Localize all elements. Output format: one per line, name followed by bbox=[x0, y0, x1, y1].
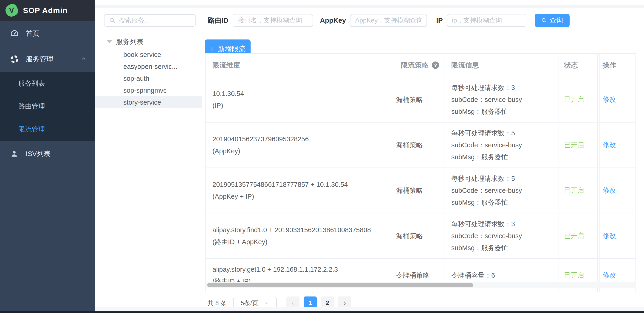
limit-info-line: subCode：service-busy bbox=[451, 185, 558, 196]
chevron-up-icon bbox=[80, 55, 87, 63]
limit-dimension-type: (AppKey + IP) bbox=[212, 190, 389, 202]
appkey-input[interactable] bbox=[350, 14, 427, 27]
tree-item-sop-auth[interactable]: sop-auth bbox=[95, 72, 202, 84]
sidebar: V SOP Admin 首页 服务管理 服务列表 路由管理 限流管理 bbox=[0, 0, 95, 312]
user-icon bbox=[10, 149, 19, 158]
limit-info-line: subMsg：服务器忙 bbox=[451, 151, 558, 163]
edit-link[interactable]: 修改 bbox=[603, 231, 635, 241]
edit-link[interactable]: 修改 bbox=[603, 95, 635, 104]
limit-info-line: 每秒可处理请求数：3 bbox=[451, 82, 558, 94]
fixed-column-divider bbox=[599, 54, 600, 292]
col-header-strategy: 限流策略 ? bbox=[389, 54, 444, 77]
limit-info-line: 每秒可处理请求数：3 bbox=[451, 218, 558, 230]
col-header-dimension: 限流维度 bbox=[206, 54, 389, 77]
sidebar-item-home-label: 首页 bbox=[26, 29, 40, 38]
chevron-right-icon bbox=[342, 300, 348, 306]
sidebar-item-rate-limit-management[interactable]: 限流管理 bbox=[0, 118, 95, 141]
tree-item-easyopen-service[interactable]: easyopen-servic... bbox=[95, 61, 202, 72]
limit-info-line: 令牌桶容量：6 bbox=[451, 269, 558, 281]
ip-label: IP bbox=[436, 16, 442, 24]
chevron-left-icon bbox=[290, 300, 296, 306]
status-badge: 已开启 bbox=[564, 271, 597, 280]
limit-info-line: subMsg：服务器忙 bbox=[451, 242, 558, 254]
tree-root-node[interactable]: 服务列表 bbox=[107, 37, 144, 46]
sidebar-item-home[interactable]: 首页 bbox=[0, 21, 95, 46]
help-icon[interactable]: ? bbox=[432, 61, 439, 69]
sidebar-item-isv-list[interactable]: ISV列表 bbox=[0, 141, 95, 167]
component-icon bbox=[10, 55, 19, 63]
limit-info-line: 每秒可处理请求数：5 bbox=[451, 127, 558, 139]
limit-dimension-type: (IP) bbox=[212, 100, 389, 111]
limit-info-line: subCode：service-busy bbox=[451, 94, 558, 106]
table-row: 20190513577548661718777857 + 10.1.30.54 … bbox=[206, 168, 636, 213]
tree-children: book-service easyopen-servic... sop-auth… bbox=[95, 49, 202, 108]
service-management-submenu: 服务列表 路由管理 限流管理 bbox=[0, 72, 95, 141]
col-header-action: 操作 bbox=[598, 54, 635, 77]
limit-strategy: 漏桶策略 bbox=[396, 230, 444, 242]
tree-root-label: 服务列表 bbox=[116, 37, 144, 46]
logo-letter: V bbox=[9, 6, 14, 15]
page-size-value: 5条/页 bbox=[241, 299, 258, 307]
limit-strategy: 漏桶策略 bbox=[396, 185, 444, 196]
col-header-status: 状态 bbox=[559, 54, 598, 77]
table-row: 20190401562373796095328256 (AppKey) 漏桶策略… bbox=[206, 123, 636, 168]
pagination-total: 共 8 条 bbox=[208, 299, 227, 307]
edit-link[interactable]: 修改 bbox=[603, 186, 635, 195]
dashboard-icon bbox=[10, 29, 19, 38]
sidebar-item-route-management[interactable]: 路由管理 bbox=[0, 95, 95, 118]
limit-info-line: subMsg：服务器忙 bbox=[451, 196, 558, 208]
route-id-label: 路由ID bbox=[208, 16, 228, 25]
table-horizontal-scrollbar[interactable] bbox=[205, 282, 636, 288]
limit-strategy: 漏桶策略 bbox=[396, 139, 444, 151]
tree-item-book-service[interactable]: book-service bbox=[95, 49, 202, 61]
main-content: 路由ID AppKey IP 查询 + 新增限流 限流维度 限流策略 ? 限流信… bbox=[202, 0, 644, 312]
limit-info-line: 每秒可处理请求数：5 bbox=[451, 173, 558, 185]
app-logo-bar: V SOP Admin bbox=[0, 0, 95, 21]
tree-item-story-service[interactable]: story-service bbox=[95, 96, 202, 108]
scrollbar-thumb[interactable] bbox=[207, 283, 473, 287]
tree-item-sop-springmvc[interactable]: sop-springmvc bbox=[95, 84, 202, 96]
service-tree-panel: 服务列表 book-service easyopen-servic... sop… bbox=[95, 0, 202, 312]
rate-limit-table: 限流维度 限流策略 ? 限流信息 状态 操作 10.1.30.54 (IP) 漏… bbox=[205, 53, 636, 292]
table-header-row: 限流维度 限流策略 ? 限流信息 状态 操作 bbox=[206, 54, 636, 77]
plus-icon: + bbox=[210, 45, 214, 53]
search-button-label: 查询 bbox=[550, 16, 563, 25]
limit-dimension: 20190401562373796095328256 bbox=[212, 133, 389, 145]
route-id-input[interactable] bbox=[233, 14, 313, 27]
edit-link[interactable]: 修改 bbox=[603, 271, 635, 280]
search-icon bbox=[109, 17, 116, 24]
limit-info-line: subCode：service-busy bbox=[451, 230, 558, 242]
col-header-info: 限流信息 bbox=[444, 54, 559, 77]
limit-strategy: 令牌桶策略 bbox=[396, 269, 444, 281]
limit-dimension: alipay.story.find1.0 + 20190331562013861… bbox=[212, 224, 389, 236]
filter-bar: 路由ID AppKey IP 查询 bbox=[208, 14, 570, 27]
appkey-label: AppKey bbox=[320, 16, 346, 24]
sidebar-item-service-management[interactable]: 服务管理 bbox=[0, 46, 95, 72]
sidebar-item-service-list[interactable]: 服务列表 bbox=[0, 72, 95, 95]
service-search-box bbox=[104, 14, 196, 27]
search-button[interactable]: 查询 bbox=[535, 14, 570, 27]
table-row: alipay.story.find1.0 + 20190331562013861… bbox=[206, 213, 636, 259]
caret-down-icon bbox=[107, 40, 112, 43]
limit-dimension: 20190513577548661718777857 + 10.1.30.54 bbox=[212, 179, 389, 190]
limit-dimension: alipay.story.get1.0 + 192.168.1.1,172.2.… bbox=[212, 264, 389, 275]
limit-strategy: 漏桶策略 bbox=[396, 94, 444, 106]
sidebar-item-service-management-label: 服务管理 bbox=[26, 55, 53, 64]
bottom-edge-bar bbox=[0, 312, 644, 313]
service-search-input[interactable] bbox=[119, 17, 191, 24]
status-badge: 已开启 bbox=[564, 186, 597, 195]
chevron-down-icon bbox=[264, 300, 269, 306]
status-badge: 已开启 bbox=[564, 95, 597, 104]
limit-info-line: subCode：service-busy bbox=[451, 139, 558, 151]
table-row: 10.1.30.54 (IP) 漏桶策略 每秒可处理请求数：3 subCode：… bbox=[206, 77, 636, 123]
ip-input[interactable] bbox=[447, 14, 526, 27]
limit-dimension: 10.1.30.54 bbox=[212, 88, 389, 100]
app-logo: V bbox=[4, 3, 19, 18]
footer-band bbox=[95, 307, 644, 312]
app-title: SOP Admin bbox=[23, 6, 68, 15]
status-badge: 已开启 bbox=[564, 140, 597, 150]
limit-dimension-type: (路由ID + AppKey) bbox=[212, 236, 389, 248]
add-rate-limit-label: 新增限流 bbox=[218, 44, 246, 54]
status-badge: 已开启 bbox=[564, 231, 597, 241]
edit-link[interactable]: 修改 bbox=[603, 140, 635, 150]
